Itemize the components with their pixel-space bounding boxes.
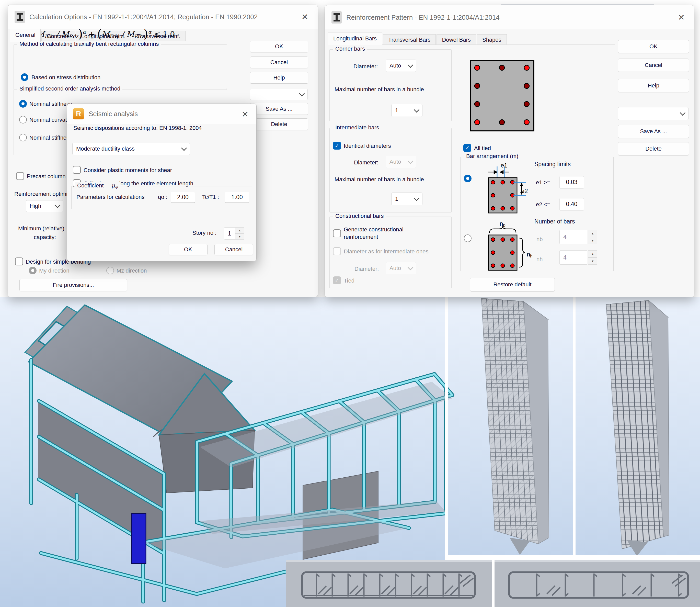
spin-up-icon[interactable]: ▲	[588, 250, 597, 257]
pattern-select-combo[interactable]	[618, 107, 688, 120]
highlighted-column[interactable]	[132, 514, 146, 564]
beam-reinforcement-view-1[interactable]	[286, 560, 492, 607]
pattern-select-combo[interactable]	[250, 89, 308, 100]
reinforcement-pattern-titlebar[interactable]: Reinforcement Pattern - EN 1992-1-1:2004…	[325, 5, 694, 29]
seismic-cancel-button[interactable]: Cancel	[214, 244, 253, 255]
nh-tag: nh	[527, 251, 532, 259]
my-direction-label: My direction	[39, 268, 69, 274]
spacing-arrangement-radio[interactable]	[464, 175, 472, 182]
qo-input[interactable]: 2.00	[171, 192, 195, 203]
tab-shapes[interactable]: Shapes	[477, 34, 507, 45]
spin-up-icon[interactable]: ▲	[235, 227, 244, 233]
spin-down-icon[interactable]: ▼	[588, 237, 597, 244]
ok-button[interactable]: OK	[618, 40, 689, 53]
save-as-button[interactable]: Save As ...	[250, 103, 308, 115]
e1-input[interactable]: 0.03	[560, 176, 584, 188]
e2-input[interactable]: 0.40	[560, 198, 584, 210]
nb-tag: nb	[500, 220, 505, 228]
simple-bending-checkbox[interactable]	[15, 257, 23, 266]
chevron-down-icon	[408, 158, 414, 164]
reinforcement-optimization-combo[interactable]: High	[26, 200, 63, 212]
help-button[interactable]: Help	[618, 79, 689, 92]
all-tied-label: All tied	[474, 145, 491, 152]
structure-3d-view[interactable]	[0, 297, 700, 607]
beam-reinforcement-view-2[interactable]	[492, 560, 700, 607]
story-no-stepper[interactable]: 1 ▲ ▼	[224, 227, 244, 239]
plastic-moments-checkbox[interactable]	[73, 166, 81, 174]
close-icon[interactable]: ✕	[298, 10, 312, 24]
seismic-close-icon[interactable]: ✕	[238, 107, 252, 121]
tab-dowel-bars[interactable]: Dowel Bars	[437, 34, 476, 45]
tab-transversal-bars[interactable]: Transversal Bars	[383, 34, 436, 45]
seismic-ok-button[interactable]: OK	[169, 244, 207, 255]
intermediate-bundle-combo[interactable]: 1	[391, 192, 422, 205]
delete-button[interactable]: Delete	[250, 118, 308, 130]
count-arrangement-radio[interactable]	[464, 234, 472, 242]
corner-diameter-combo[interactable]: Auto	[386, 60, 416, 72]
tab-general[interactable]: General	[10, 29, 41, 42]
save-as-button[interactable]: Save As ...	[618, 125, 689, 138]
seismic-analysis-dialog: R Seismic analysis ✕ Seismic disposition…	[67, 104, 257, 261]
constructional-diameter-combo[interactable]: Auto	[386, 262, 416, 274]
application-window: Calculation Options - EN 1992-1-1:2004/A…	[0, 0, 700, 607]
nominal-stiffness2-label: Nominal stiffness	[29, 134, 72, 141]
nh-label: nh	[537, 256, 543, 263]
seismic-titlebar[interactable]: R Seismic analysis	[67, 104, 256, 124]
identical-diameters-label: Identical diameters	[344, 143, 391, 149]
app-icon	[15, 11, 25, 23]
min-capacity-label-1: Minimum (relative)	[18, 225, 56, 232]
spin-down-icon[interactable]: ▼	[235, 233, 244, 239]
intermediate-diameter-combo[interactable]: Auto	[386, 156, 416, 168]
robot-icon: R	[73, 108, 84, 120]
nh-stepper[interactable]: 4 ▲ ▼	[560, 250, 597, 265]
ok-button[interactable]: OK	[250, 41, 308, 53]
ductility-class-combo[interactable]: Moderate ductility class	[72, 143, 190, 155]
restore-default-button[interactable]: Restore default	[470, 278, 555, 292]
story-no-label: Story no :	[193, 230, 217, 236]
pane-separator-horizontal	[445, 555, 700, 560]
method-group: Method of calculating biaxially bent rec…	[14, 44, 227, 89]
corner-bundle-combo[interactable]: 1	[391, 104, 422, 117]
delete-button[interactable]: Delete	[618, 142, 689, 155]
tab-longitudinal-bars[interactable]: Longitudinal Bars	[328, 32, 382, 45]
all-tied-checkbox[interactable]: ✓	[463, 144, 471, 152]
pane-separator-vertical-1	[445, 297, 448, 560]
fire-provisions-button[interactable]: Fire provisions...	[19, 279, 127, 291]
chevron-down-icon	[408, 265, 414, 270]
nominal-stiffness-radio[interactable]	[19, 100, 27, 108]
spacing-limits-label: Spacing limits	[534, 161, 571, 168]
tc-t1-input[interactable]: 1.00	[225, 192, 249, 203]
mz-direction-radio[interactable]	[106, 267, 114, 274]
nb-stepper[interactable]: 4 ▲ ▼	[560, 230, 597, 244]
nominal-stiffness2-radio[interactable]	[19, 134, 27, 141]
spin-down-icon[interactable]: ▼	[588, 257, 597, 265]
tied-checkbox[interactable]: ✓	[333, 276, 341, 284]
e2-tag: e2	[521, 187, 528, 194]
diameter-as-intermediate-label: Diameter as for intermediate ones	[344, 248, 428, 255]
calculation-options-titlebar[interactable]: Calculation Options - EN 1992-1-1:2004/A…	[8, 5, 318, 29]
my-direction-radio[interactable]	[29, 267, 37, 274]
nominal-curvature-radio[interactable]	[19, 116, 27, 124]
intermediate-diameter-label: Diameter:	[354, 159, 378, 166]
number-of-bars-label: Number of bars	[534, 218, 575, 225]
cancel-button[interactable]: Cancel	[618, 59, 689, 72]
e1-tag: e1	[501, 162, 507, 169]
stress-distribution-radio[interactable]	[21, 74, 28, 81]
identical-diameters-checkbox[interactable]: ✓	[333, 142, 341, 150]
cancel-button[interactable]: Cancel	[250, 57, 308, 68]
stress-distribution-label: Based on stress distribution	[31, 74, 101, 81]
qo-label: qo :	[158, 194, 168, 201]
viewport-3d[interactable]	[0, 297, 700, 607]
tied-label: Tied	[344, 277, 354, 284]
help-button[interactable]: Help	[250, 72, 308, 84]
corner-diameter-label: Diameter:	[353, 63, 378, 70]
spin-up-icon[interactable]: ▲	[588, 230, 597, 237]
generate-constructional-checkbox[interactable]	[333, 229, 341, 237]
min-capacity-label-2: capacity:	[18, 234, 56, 240]
diameter-as-intermediate-checkbox[interactable]	[333, 247, 341, 255]
close-icon[interactable]: ✕	[674, 11, 688, 24]
chevron-down-icon	[299, 90, 305, 97]
mz-direction-label: Mz direction	[116, 268, 147, 274]
reinforcement-optimization-label: Reinforcement optimi	[14, 191, 67, 197]
precast-column-checkbox[interactable]	[16, 172, 24, 180]
